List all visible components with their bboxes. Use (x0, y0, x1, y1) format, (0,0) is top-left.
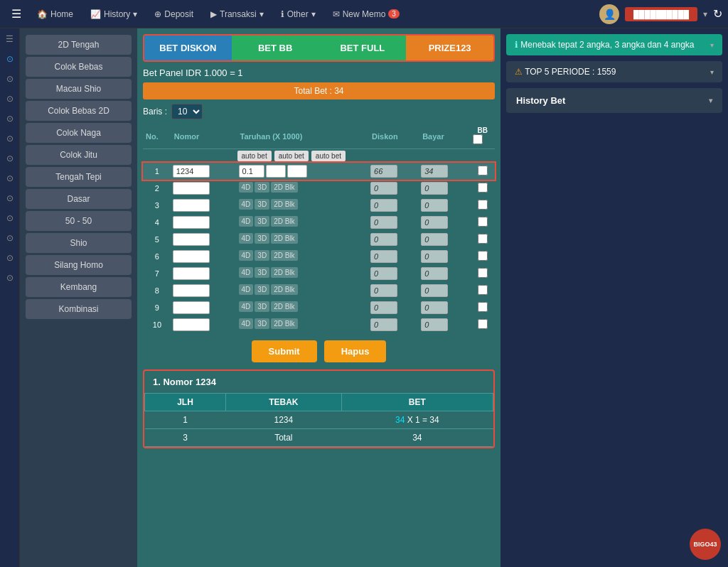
bayar-input[interactable] (421, 165, 448, 178)
nav-deposit[interactable]: ⊕ Deposit (147, 6, 200, 22)
type-4d[interactable]: 4D (239, 216, 254, 227)
diskon-input[interactable] (370, 216, 397, 229)
nomor-input[interactable] (173, 233, 210, 246)
type-2d-blk[interactable]: 2D Blk (271, 216, 297, 227)
sidebar-icon-6[interactable]: ⊙ (6, 134, 14, 144)
refresh-button[interactable]: ↻ (713, 7, 722, 21)
nomor-input[interactable] (173, 318, 210, 331)
nomor-input[interactable] (173, 199, 210, 212)
tab-bet-diskon[interactable]: BET DISKON (144, 36, 232, 60)
diskon-input[interactable] (370, 267, 397, 280)
nav-transaksi[interactable]: ▶ Transaksi ▾ (203, 6, 271, 22)
bb-checkbox[interactable] (478, 166, 488, 176)
hapus-button[interactable]: Hapus (324, 340, 387, 362)
menu-item-kembang[interactable]: Kembang (26, 277, 132, 297)
type-3d[interactable]: 3D (255, 250, 269, 261)
nav-new-memo[interactable]: ✉ New Memo 3 (326, 6, 407, 22)
type-3d[interactable]: 3D (255, 233, 269, 244)
bayar-input[interactable] (421, 250, 448, 263)
diskon-input[interactable] (370, 284, 397, 297)
bayar-input[interactable] (421, 233, 448, 246)
type-2d-blk[interactable]: 2D Blk (271, 301, 297, 312)
baris-select[interactable]: 1051520 (171, 104, 203, 119)
menu-item-tengah-tepi[interactable]: Tengah Tepi (26, 167, 132, 187)
type-4d[interactable]: 4D (239, 182, 254, 193)
tab-bet-bb[interactable]: BET BB (232, 36, 319, 60)
menu-item-50-50[interactable]: 50 - 50 (26, 211, 132, 231)
menu-item-colok-naga[interactable]: Colok Naga (26, 123, 132, 143)
hamburger-icon[interactable]: ☰ (6, 4, 27, 23)
type-2d-blk[interactable]: 2D Blk (271, 233, 297, 244)
nomor-input[interactable] (173, 165, 210, 178)
type-2d-blk[interactable]: 2D Blk (271, 284, 297, 295)
sidebar-icon-12[interactable]: ⊙ (6, 253, 14, 263)
auto-bet-1[interactable]: auto bet (237, 151, 272, 161)
sidebar-icon-5[interactable]: ⊙ (6, 114, 14, 124)
menu-item-macau-shio[interactable]: Macau Shio (26, 79, 132, 99)
sidebar-icon-7[interactable]: ⊙ (6, 153, 14, 163)
type-4d[interactable]: 4D (239, 233, 254, 244)
diskon-input[interactable] (370, 165, 397, 178)
bb-checkbox[interactable] (478, 268, 488, 278)
bb-checkbox[interactable] (478, 302, 488, 312)
bb-checkbox[interactable] (478, 200, 488, 210)
menu-item-silang-homo[interactable]: Silang Homo (26, 255, 132, 275)
bb-checkbox[interactable] (478, 285, 488, 295)
type-4d[interactable]: 4D (239, 301, 254, 312)
bayar-input[interactable] (421, 199, 448, 212)
bb-checkbox[interactable] (478, 251, 488, 261)
diskon-input[interactable] (370, 199, 397, 212)
menu-item-shio[interactable]: Shio (26, 233, 132, 253)
menu-item-colok-bebas[interactable]: Colok Bebas (26, 57, 132, 77)
menu-item-kombinasi[interactable]: Kombinasi (26, 299, 132, 319)
diskon-input[interactable] (370, 250, 397, 263)
taruhan-input[interactable] (239, 165, 264, 178)
diskon-input[interactable] (370, 301, 397, 314)
type-3d[interactable]: 3D (255, 182, 269, 193)
nomor-input[interactable] (173, 216, 210, 229)
sidebar-icon-4[interactable]: ⊙ (6, 94, 14, 104)
type-3d[interactable]: 3D (255, 267, 269, 278)
type-3d[interactable]: 3D (255, 216, 269, 227)
nav-home[interactable]: 🏠 Home (30, 6, 80, 22)
nomor-input[interactable] (173, 250, 210, 263)
bayar-input[interactable] (421, 267, 448, 280)
sidebar-icon-11[interactable]: ⊙ (6, 233, 14, 243)
type-4d[interactable]: 4D (239, 267, 254, 278)
auto-bet-3[interactable]: auto bet (311, 151, 346, 161)
bayar-input[interactable] (421, 318, 448, 331)
type-2d-blk[interactable]: 2D Blk (271, 250, 297, 261)
type-4d[interactable]: 4D (239, 318, 254, 329)
top5-bar[interactable]: ⚠ TOP 5 PERIODE : 1559 ▾ (506, 61, 722, 82)
bb-checkbox[interactable] (478, 217, 488, 227)
bigo-badge[interactable]: BIGO43 (690, 529, 721, 560)
diskon-input[interactable] (370, 233, 397, 246)
info-alert[interactable]: ℹ Menebak tepat 2 angka, 3 angka dan 4 a… (506, 34, 722, 55)
chevron-down-icon[interactable]: ▾ (703, 9, 707, 19)
type-2d-blk[interactable]: 2D Blk (271, 182, 297, 193)
history-bar[interactable]: History Bet ▾ (506, 88, 722, 113)
bb-header-checkbox[interactable] (473, 134, 483, 144)
bb-checkbox[interactable] (478, 183, 488, 193)
bayar-input[interactable] (421, 301, 448, 314)
diskon-input[interactable] (370, 318, 397, 331)
sidebar-icon-3[interactable]: ⊙ (6, 74, 14, 84)
type-4d[interactable]: 4D (239, 284, 254, 295)
menu-item-dasar[interactable]: Dasar (26, 189, 132, 209)
bayar-input[interactable] (421, 216, 448, 229)
sm1-input[interactable] (266, 165, 286, 178)
menu-item-colok-bebas-2d[interactable]: Colok Bebas 2D (26, 101, 132, 121)
tab-prize123[interactable]: PRIZE123 (406, 36, 493, 60)
sidebar-icon-8[interactable]: ⊙ (6, 173, 14, 183)
type-3d[interactable]: 3D (255, 284, 269, 295)
type-3d[interactable]: 3D (255, 301, 269, 312)
type-2d-blk[interactable]: 2D Blk (271, 267, 297, 278)
sidebar-icon-13[interactable]: ⊙ (6, 273, 14, 283)
nomor-input[interactable] (173, 301, 210, 314)
sidebar-icon-10[interactable]: ⊙ (6, 213, 14, 223)
menu-item-colok-jitu[interactable]: Colok Jitu (26, 145, 132, 165)
diskon-input[interactable] (370, 182, 397, 195)
submit-button[interactable]: Submit (252, 340, 317, 362)
type-4d[interactable]: 4D (239, 199, 254, 210)
sidebar-icon-9[interactable]: ⊙ (6, 193, 14, 203)
